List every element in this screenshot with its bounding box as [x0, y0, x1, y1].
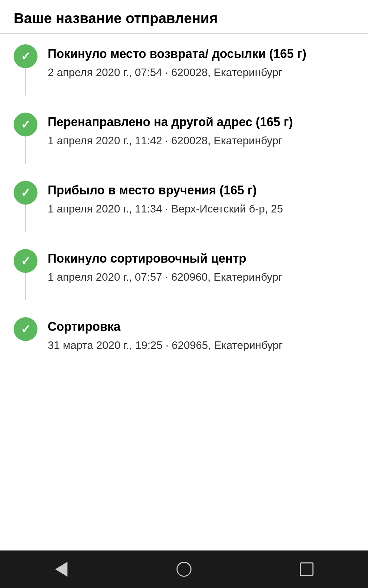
event-meta: 2 апреля 2020 г., 07:54 · 620028, Екатер… [48, 65, 354, 80]
timeline-left-column: ✓ [14, 44, 37, 95]
event-meta: 1 апреля 2020 г., 07:57 · 620960, Екатер… [48, 269, 354, 285]
timeline-connector [25, 136, 26, 164]
bottom-navigation [0, 550, 368, 588]
timeline-left-column: ✓ [14, 317, 37, 341]
checkmark-icon: ✓ [21, 187, 30, 199]
timeline-left-column: ✓ [14, 113, 37, 164]
timeline-content: Покинуло место возврата/ досылки (165 г)… [48, 44, 354, 80]
main-content: Ваше название отправления ✓Покинуло мест… [0, 0, 368, 550]
timeline-item: ✓Покинуло место возврата/ досылки (165 г… [14, 44, 354, 95]
timeline-left-column: ✓ [14, 181, 37, 232]
status-icon: ✓ [14, 249, 37, 273]
home-icon [177, 562, 191, 577]
event-meta: 31 марта 2020 г., 19:25 · 620965, Екатер… [48, 338, 354, 353]
status-icon: ✓ [14, 181, 37, 205]
recent-apps-button[interactable] [293, 559, 320, 579]
timeline-connector [25, 68, 26, 95]
back-button[interactable] [48, 559, 75, 579]
recent-apps-icon [300, 562, 313, 576]
checkmark-icon: ✓ [21, 323, 30, 335]
timeline-connector [25, 273, 26, 300]
status-icon: ✓ [14, 113, 37, 136]
event-title: Сортировка [48, 319, 354, 335]
home-button[interactable] [170, 559, 198, 579]
timeline-content: Прибыло в место вручения (165 г)1 апреля… [48, 181, 354, 217]
page-title: Ваше название отправления [0, 0, 368, 34]
timeline-item: ✓Перенаправлено на другой адрес (165 г)1… [14, 113, 354, 164]
timeline-connector [25, 205, 26, 232]
timeline-item: ✓Покинуло сортировочный центр1 апреля 20… [14, 249, 354, 300]
checkmark-icon: ✓ [21, 119, 30, 130]
checkmark-icon: ✓ [21, 50, 30, 62]
timeline-content: Сортировка31 марта 2020 г., 19:25 · 6209… [48, 317, 354, 353]
status-icon: ✓ [14, 44, 37, 68]
status-icon: ✓ [14, 317, 37, 341]
timeline-item: ✓Сортировка31 марта 2020 г., 19:25 · 620… [14, 317, 354, 353]
event-meta: 1 апреля 2020 г., 11:34 · Верх-Исетский … [48, 201, 354, 217]
event-title: Покинуло место возврата/ досылки (165 г) [48, 46, 354, 62]
back-icon [55, 562, 67, 577]
timeline-left-column: ✓ [14, 249, 37, 300]
event-title: Прибыло в место вручения (165 г) [48, 182, 354, 199]
timeline: ✓Покинуло место возврата/ досылки (165 г… [0, 44, 368, 353]
event-title: Покинуло сортировочный центр [48, 251, 354, 267]
checkmark-icon: ✓ [21, 255, 30, 267]
timeline-item: ✓Прибыло в место вручения (165 г)1 апрел… [14, 181, 354, 232]
event-title: Перенаправлено на другой адрес (165 г) [48, 114, 354, 130]
timeline-content: Перенаправлено на другой адрес (165 г)1 … [48, 113, 354, 148]
timeline-content: Покинуло сортировочный центр1 апреля 202… [48, 249, 354, 285]
event-meta: 1 апреля 2020 г., 11:42 · 620028, Екатер… [48, 133, 354, 148]
